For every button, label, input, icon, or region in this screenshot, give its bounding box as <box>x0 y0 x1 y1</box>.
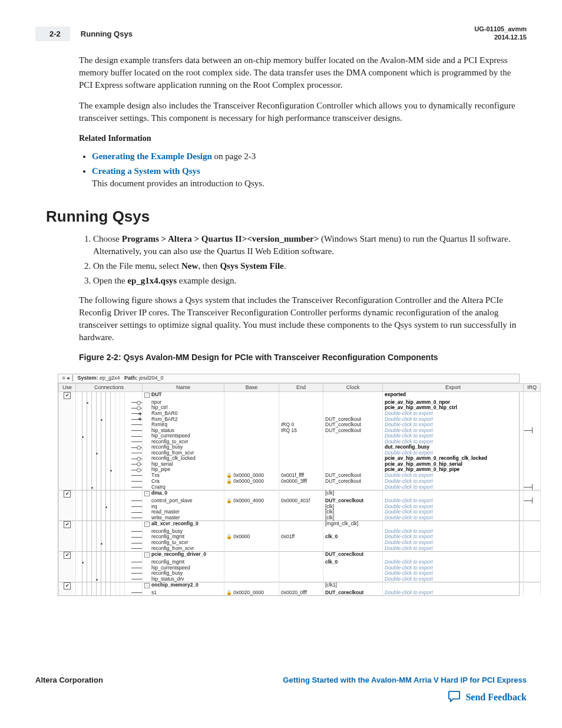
table-row: hip_pipepcie_av_hip_avmm_0_hip_pipe <box>59 467 541 473</box>
th-export: Export <box>383 383 524 391</box>
th-use: Use <box>59 383 76 391</box>
table-row: hip_serialpcie_av_hip_avmm_0_hip_serial <box>59 461 541 467</box>
intro-para-1: The design example transfers data betwee… <box>79 54 527 91</box>
link-creating-system-qsys[interactable]: Creating a System with Qsys <box>92 166 200 176</box>
doc-id-block: UG-01105_avmm 2014.12.15 <box>474 25 527 42</box>
section-para: The following figure shows a Qsys system… <box>79 294 527 344</box>
step-1: Choose Programs > Altera > Quartus II><v… <box>93 233 527 258</box>
doc-date: 2014.12.15 <box>474 33 527 41</box>
table-row: nporpcie_av_hip_avmm_0_npor <box>59 400 541 406</box>
table-row: reconfig_to_xcvrDouble-click to export <box>59 540 541 546</box>
table-row: reconfig_to_xcvrDouble-click to export <box>59 439 541 444</box>
running-title: Running Qsys <box>81 29 133 38</box>
th-conn: Connections <box>76 383 143 391</box>
table-row: reconfig_from_xcvrDouble-click to export <box>59 546 541 552</box>
footer-guide-link[interactable]: Getting Started with the Avalon-MM Arria… <box>283 676 527 684</box>
th-name: Name <box>143 383 224 391</box>
step-3: Open the ep_g1x4.qsys example design. <box>93 275 527 287</box>
qsys-figure: ≡ ◂ │ System: ep_g2x4 Path: jesd204_0 Us… <box>58 374 520 596</box>
figure-caption: Figure 2-2: Qsys Avalon-MM Design for PC… <box>79 352 527 364</box>
table-row: Txs🔒 0x0000_00000x001f_ffffDUT_coreclkou… <box>59 472 541 478</box>
table-row: hip_currentspeedDouble-click to export <box>59 565 541 571</box>
checkbox-icon: ✔ <box>64 392 71 399</box>
table-row: hip_ctrlpcie_av_hip_avmm_0_hip_ctrl <box>59 405 541 411</box>
table-row: irq[clk]Double-click to export <box>59 503 541 509</box>
doc-id: UG-01105_avmm <box>474 25 527 33</box>
table-row: ✔-dma_0[clk] <box>59 490 541 498</box>
th-clock: Clock <box>323 383 383 391</box>
step-2: On the File menu, select New, then Qsys … <box>93 260 527 272</box>
th-irq: IRQ <box>524 383 541 391</box>
checkbox-icon: ✔ <box>64 521 71 528</box>
qsys-table: Use Connections Name Base End Clock Expo… <box>58 383 541 596</box>
figure-path-bar: ≡ ◂ │ System: ep_g2x4 Path: jesd204_0 <box>58 374 519 383</box>
related-item-1: Generating the Example Design on page 2-… <box>92 150 527 163</box>
table-row: s1🔒 0x0020_00000x0020_0fffDUT_coreclkout… <box>59 589 541 595</box>
table-row: reconfig_from_xcvrDouble-click to export <box>59 450 541 456</box>
related-item-2-desc: This document provides an introduction t… <box>92 179 265 188</box>
section-heading-running-qsys: Running Qsys <box>46 207 527 226</box>
table-row: read_master[clk]Double-click to export <box>59 509 541 515</box>
table-row: reconfig_busyDouble-click to export <box>59 529 541 535</box>
page-number: 2-2 <box>35 27 70 41</box>
table-row: write_master[clk]Double-click to export <box>59 515 541 521</box>
table-row: reconfig_busydut_reconfig_busy <box>59 444 541 450</box>
table-row: reconfig_mgmt🔒 0x00000x01ffclk_0Double-c… <box>59 534 541 540</box>
feedback-icon <box>448 690 461 704</box>
table-row: Rxm_BAR0Double-click to export <box>59 411 541 417</box>
checkbox-icon: ✔ <box>64 490 71 498</box>
intro-para-2: The example design also includes the Tra… <box>79 100 527 124</box>
th-end: End <box>279 383 323 391</box>
table-row: hip_statusIRQ 15DUT_coreclkoutDouble-cli… <box>59 427 541 433</box>
table-row: CraIrqDouble-click to export <box>59 484 541 490</box>
related-info-heading: Related Information <box>79 133 527 144</box>
footer-corp: Altera Corporation <box>35 676 103 684</box>
table-row: reconfig_mgmtclk_0Double-click to export <box>59 559 541 565</box>
table-row: ✔-alt_xcvr_reconfig_0[mgmt_clk_clk] <box>59 521 541 528</box>
checkbox-icon: ✔ <box>64 552 71 559</box>
table-row: hip_currentspeedDouble-click to export <box>59 433 541 439</box>
th-base: Base <box>224 383 279 391</box>
table-row: ✔-onchip_memory2_0[clk1] <box>59 582 541 589</box>
steps-list: Choose Programs > Altera > Quartus II><v… <box>79 233 527 287</box>
table-row: control_port_slave🔒 0x0000_40000x0000_40… <box>59 498 541 503</box>
table-row: RxmirqIRQ 0DUT_coreclkoutDouble-click to… <box>59 422 541 428</box>
table-row: ✔-pcie_reconfig_driver_0DUT_coreclkout <box>59 552 541 559</box>
table-row: reconfig_clk_lockedpcie_av_hip_avmm_0_re… <box>59 456 541 462</box>
table-row: reconfig_busyDouble-click to export <box>59 571 541 577</box>
related-info-list: Generating the Example Design on page 2-… <box>79 150 527 190</box>
send-feedback-link[interactable]: Send Feedback <box>465 692 527 703</box>
table-row: Cra🔒 0x0000_00000x0000_3fffDUT_coreclkou… <box>59 478 541 484</box>
table-row: ✔-DUTexported <box>59 392 541 400</box>
checkbox-icon: ✔ <box>64 582 71 589</box>
table-row: Rxm_BAR2DUT_coreclkoutDouble-click to ex… <box>59 416 541 422</box>
page-footer: Altera Corporation Getting Started with … <box>35 676 527 704</box>
link-generating-example[interactable]: Generating the Example Design <box>92 151 212 161</box>
table-row: hip_status_drvDouble-click to export <box>59 576 541 582</box>
related-item-2: Creating a System with Qsys This documen… <box>92 165 527 190</box>
